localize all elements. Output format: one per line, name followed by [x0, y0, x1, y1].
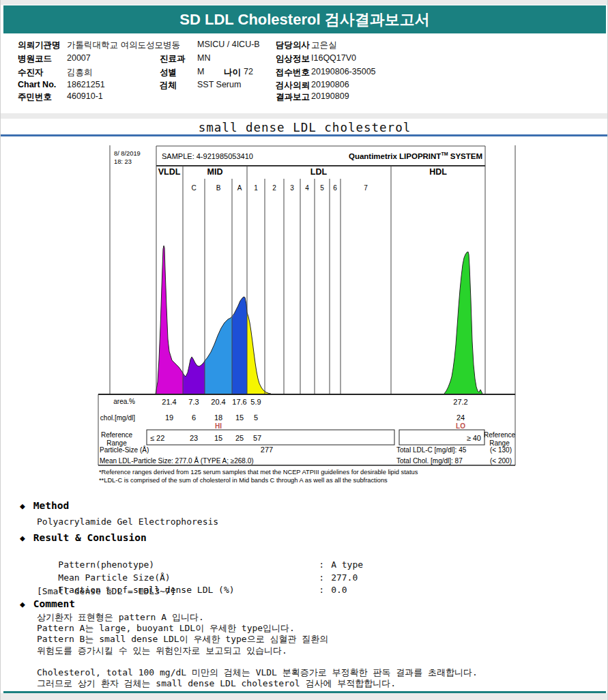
total-chol: Total Chol. [mg/dl]: 87 [396, 457, 463, 465]
diamond-icon: ◆ [20, 533, 25, 543]
comment-line: 위험도를 증가시킬 수 있는 위험인자로 보고되고 있습니다. [37, 645, 478, 656]
patient-value: 20190806 [311, 80, 349, 89]
method-heading: ◆Method [20, 500, 69, 511]
area-value-a: 17.6 [232, 398, 246, 406]
mid-a-area [232, 297, 247, 394]
particle-size-label: Particle-Size (Å) [100, 446, 149, 454]
chol-value-hdl: 24 [457, 413, 465, 422]
patient-label: 접수번호 [276, 67, 310, 78]
comment-line: 상기환자 표현형은 pattern A 입니다. [37, 612, 478, 623]
patient-label: 수진자 [18, 67, 44, 78]
total-chol-ref: (< 200) [490, 457, 512, 465]
separator-band [1, 113, 608, 119]
patient-label: 임상정보 [276, 53, 310, 65]
result-title: Result & Conclusion [33, 532, 147, 543]
patient-value: MSICU / 4ICU-B [197, 40, 260, 49]
patient-value: 고은실 [311, 40, 337, 51]
bottom-margin-strip [1, 693, 608, 700]
comment-line: 그러므로 상기 환자 검체는 small dense LDL cholester… [37, 678, 478, 689]
chol-value-c: 6 [192, 413, 196, 422]
total-ldl-c: Total LDL-C [mg/dl]: 45 [396, 446, 467, 454]
ref-value-vldl: ≤ 22 [150, 434, 164, 442]
patient-value: M [197, 67, 204, 76]
patient-value: 72 [244, 67, 253, 76]
brand-tm: TM [441, 151, 448, 156]
colon: : [319, 585, 324, 595]
comment-line: Pattern A는 large, buoyant LDL이 우세한 type입… [37, 623, 478, 634]
footnote-1: *Reference ranges derived from 125 serum… [99, 469, 418, 476]
sub-band-label: B [216, 184, 221, 192]
chol-value-a: 15 [235, 413, 244, 422]
footnote-2: **LDL-C is comprised of the sum of chole… [99, 477, 388, 484]
chol-value-b: 18 [214, 413, 222, 422]
ref-value-hdl: ≥ 40 [467, 434, 481, 442]
header-bar: SD LDL Cholesterol 검사결과보고서 [3, 5, 606, 33]
patient-value: SST Serum [197, 80, 241, 89]
sub-band-label: C [191, 184, 196, 192]
sub-band-label: A [237, 184, 242, 192]
run-date: 8/ 8/2019 [114, 150, 141, 157]
ref-value-c: 23 [190, 434, 198, 442]
area-value-b: 20.4 [211, 398, 225, 406]
ref-label-right-1: Reference [484, 431, 516, 439]
patient-label: Chart No. [18, 80, 56, 89]
patient-value: 20190809 [311, 91, 349, 101]
sub-band-label: 1 [254, 184, 258, 192]
sub-band-label: 3 [290, 184, 294, 192]
method-value: Polyacrylamide Gel Electrophoresis [37, 516, 218, 527]
top-margin-strip [1, 0, 608, 5]
ref-label-left-1: Reference [101, 431, 133, 439]
area-values: 21.4 7.3 20.4 17.6 5.9 27.2 [162, 398, 467, 406]
patient-value: I16QQ17V0 [311, 53, 356, 63]
area-row-label: area.% [113, 398, 135, 405]
reference-box-left [147, 430, 394, 445]
result-note: [Small dense LDL = LDL3~7] [37, 586, 176, 596]
patient-label: 의뢰기관명 [18, 40, 61, 51]
patient-value: 20007 [67, 53, 91, 63]
diamond-icon: ◆ [20, 599, 25, 609]
patient-value: 460910-1 [67, 91, 103, 101]
patient-label: 성별 [160, 67, 177, 78]
area-value-c: 7.3 [188, 398, 199, 406]
patient-label: 진료과 [160, 53, 186, 65]
patient-value: 18621251 [67, 80, 105, 89]
brand-logo: Quantimetrix LIPOPRINTTM SYSTEM [349, 151, 482, 160]
particle-size-value: 277 [261, 446, 273, 454]
ref-values: 23 15 25 57 [190, 434, 261, 442]
area-value-vldl: 21.4 [162, 398, 176, 406]
section-title: small dense LDL cholesterol [1, 121, 608, 134]
sample-id: SAMPLE: 4-921985053410 [162, 152, 253, 160]
band-label-mid: MID [207, 167, 223, 177]
flag-hi: HI [215, 422, 222, 430]
chol-value-vldl: 19 [165, 413, 173, 422]
comment-line [37, 656, 478, 667]
patient-label: 나이 [224, 67, 241, 78]
chol-values: 19 6 18 15 5 24 HI LO [165, 413, 465, 430]
sub-band-label: 4 [305, 184, 309, 192]
diamond-icon: ◆ [20, 501, 25, 511]
patient-label: 병원코드 [18, 53, 52, 65]
hdl-area [444, 252, 482, 394]
comment-line: Pattern B는 small dense LDL이 우세한 type으로 심… [37, 634, 478, 645]
chol-row-label: chol.[mg/dl] [100, 414, 135, 422]
lipoprint-chart: 8/ 8/2019 18: 23 SAMPLE: 4-921985053410 … [96, 143, 519, 488]
total-ldl-c-ref: (< 130) [490, 446, 512, 454]
comment-title: Comment [33, 598, 75, 609]
band-labels: VLDL MID LDL HDL C B A 1 2 3 4 5 6 7 [158, 167, 448, 192]
ref-value-b: 15 [214, 434, 222, 442]
brand-suffix: SYSTEM [448, 152, 482, 160]
report-page: SD LDL Cholesterol 검사결과보고서 의뢰기관명 가톨릭대학교 … [0, 0, 608, 700]
patient-value: MN [197, 53, 210, 63]
result-heading: ◆Result & Conclusion [20, 532, 147, 543]
page-title: SD LDL Cholesterol 검사결과보고서 [3, 5, 606, 33]
patient-value: 가톨릭대학교 여의도성모병동 [67, 40, 180, 51]
flag-lo: LO [456, 422, 465, 430]
comment-heading: ◆Comment [20, 598, 75, 609]
sub-band-label: 7 [364, 184, 368, 192]
area-value-hdl: 27.2 [453, 398, 467, 406]
sub-band-label: 6 [333, 184, 337, 192]
title-underline [1, 134, 608, 136]
chol-value-ldl1: 5 [254, 413, 258, 422]
sub-band-label: 2 [272, 184, 276, 192]
patient-label: 결과보고 [276, 91, 310, 103]
